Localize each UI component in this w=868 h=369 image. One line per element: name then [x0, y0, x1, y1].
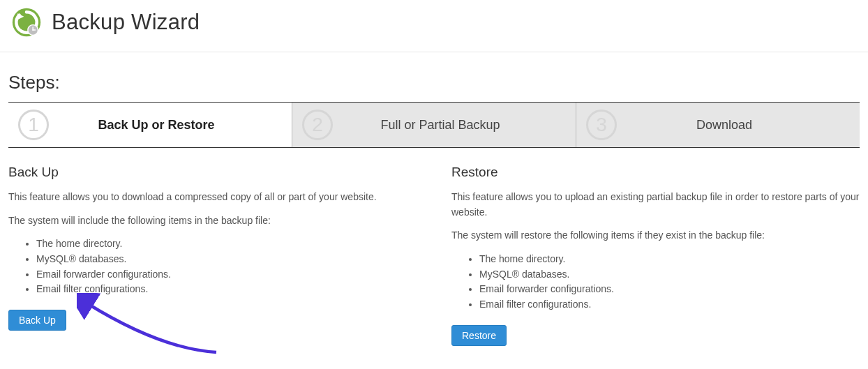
backup-items-list: The home directory. MySQL® databases. Em…	[36, 236, 417, 297]
backup-description: This feature allows you to download a co…	[8, 190, 417, 205]
list-item: MySQL® databases.	[36, 252, 417, 267]
list-item: Email forwarder configurations.	[479, 282, 860, 297]
tab-number-1: 1	[18, 110, 49, 140]
list-item: Email filter configurations.	[479, 297, 860, 312]
list-item: The home directory.	[479, 252, 860, 267]
backup-wizard-icon	[11, 7, 42, 38]
steps-tabs: 1 Back Up or Restore 2 Full or Partial B…	[8, 102, 860, 148]
list-item: MySQL® databases.	[479, 267, 860, 283]
backup-heading: Back Up	[8, 165, 417, 180]
arrow-annotation-icon	[77, 293, 230, 366]
svg-rect-3	[32, 29, 36, 30]
restore-description: This feature allows you to upload an exi…	[451, 190, 860, 220]
restore-items-intro: The system will restore the following it…	[451, 228, 860, 243]
restore-items-list: The home directory. MySQL® databases. Em…	[479, 252, 860, 312]
restore-button[interactable]: Restore	[451, 325, 507, 346]
tab-backup-or-restore[interactable]: 1 Back Up or Restore	[8, 103, 292, 147]
list-item: Email forwarder configurations.	[36, 267, 417, 283]
tab-label: Full or Partial Backup	[333, 118, 576, 133]
tab-number-2: 2	[302, 110, 333, 140]
restore-column: Restore This feature allows you to uploa…	[451, 165, 860, 346]
tab-full-or-partial[interactable]: 2 Full or Partial Backup	[292, 103, 576, 147]
page-title: Backup Wizard	[52, 10, 200, 35]
list-item: The home directory.	[36, 236, 417, 252]
tab-label: Back Up or Restore	[49, 118, 292, 133]
tab-number-3: 3	[586, 110, 617, 140]
list-item: Email filter configurations.	[36, 282, 417, 297]
restore-heading: Restore	[451, 165, 860, 180]
content: Back Up This feature allows you to downl…	[0, 148, 868, 369]
backup-button[interactable]: Back Up	[8, 310, 66, 331]
backup-column: Back Up This feature allows you to downl…	[8, 165, 417, 346]
backup-items-intro: The system will include the following it…	[8, 213, 417, 229]
tab-label: Download	[617, 118, 860, 133]
tab-download[interactable]: 3 Download	[576, 103, 860, 147]
page-header: Backup Wizard	[0, 0, 868, 52]
steps-heading: Steps:	[0, 52, 868, 102]
